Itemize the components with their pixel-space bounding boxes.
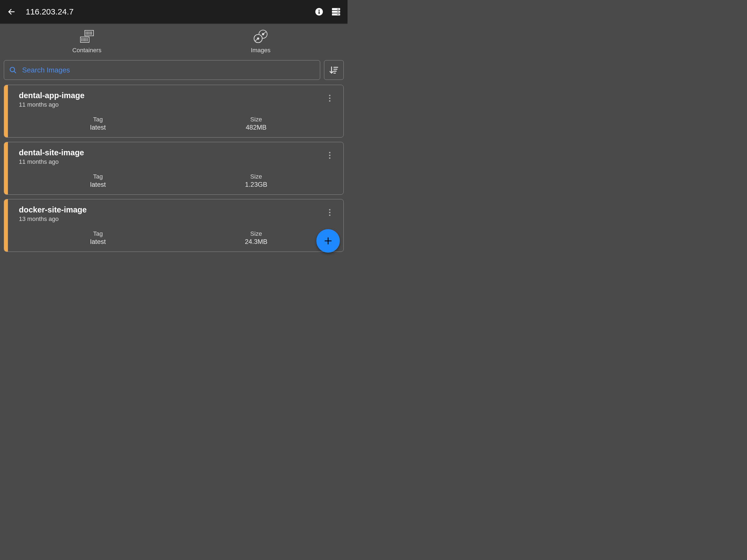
svg-point-8 [338,11,339,12]
svg-point-11 [337,11,338,12]
status-stripe [4,85,8,137]
sort-icon [329,65,338,75]
tag-label: Tag [19,173,177,180]
size-label: Size [177,173,335,180]
size-label: Size [177,230,335,237]
search-icon [9,66,17,74]
svg-point-10 [337,9,338,9]
arrow-left-icon [7,8,16,16]
image-age: 11 months ago [19,101,84,108]
svg-point-12 [337,14,338,15]
status-stripe [4,142,8,195]
tab-images-label: Images [251,47,271,54]
tab-bar: Containers Images [0,24,347,59]
info-icon [315,8,323,16]
status-stripe [4,199,8,252]
sort-button[interactable] [324,60,344,80]
svg-point-9 [338,14,339,15]
server-icon [331,7,341,17]
svg-point-43 [329,209,330,210]
tab-containers-label: Containers [73,47,101,54]
svg-point-2 [318,9,320,11]
image-list: dental-app-image 11 months ago Tag lates… [0,85,347,252]
image-menu-button[interactable] [324,207,335,218]
search-input[interactable] [22,66,315,74]
size-value: 482MB [177,124,335,131]
svg-point-45 [329,214,330,216]
svg-rect-3 [318,11,319,14]
back-button[interactable] [5,6,18,18]
svg-point-42 [329,157,330,159]
svg-point-41 [329,154,330,156]
search-row [0,60,347,80]
svg-point-38 [329,97,330,99]
svg-point-7 [338,9,339,9]
more-vertical-icon [329,94,331,102]
size-value: 1.23GB [177,181,335,188]
more-vertical-icon [329,152,331,159]
page-title: 116.203.24.7 [26,7,308,17]
containers-icon [79,29,95,44]
images-icon [252,29,269,44]
tab-images[interactable]: Images [174,24,348,59]
info-button[interactable] [313,6,325,18]
add-fab[interactable] [316,229,340,253]
svg-point-39 [329,100,330,101]
tag-value: latest [19,124,177,131]
image-age: 13 months ago [19,215,87,223]
app-header: 116.203.24.7 [0,0,347,24]
tag-value: latest [19,181,177,188]
tag-label: Tag [19,116,177,123]
image-card[interactable]: docker-site-image 13 months ago Tag late… [4,199,344,252]
svg-point-40 [329,152,330,153]
size-label: Size [177,116,335,123]
svg-point-44 [329,212,330,213]
tag-value: latest [19,238,177,246]
image-card[interactable]: dental-app-image 11 months ago Tag lates… [4,85,344,137]
svg-line-31 [14,71,16,73]
tag-label: Tag [19,230,177,237]
plus-icon [324,236,333,246]
image-name: docker-site-image [19,205,87,214]
image-name: dental-app-image [19,91,84,100]
search-box[interactable] [4,60,320,80]
tab-containers[interactable]: Containers [0,24,174,59]
svg-point-37 [329,95,330,96]
image-age: 11 months ago [19,158,84,166]
more-vertical-icon [329,209,331,216]
image-menu-button[interactable] [324,93,335,104]
size-value: 24.3MB [177,238,335,246]
image-menu-button[interactable] [324,150,335,161]
image-card[interactable]: dental-site-image 11 months ago Tag late… [4,142,344,195]
server-button[interactable] [330,6,342,18]
image-name: dental-site-image [19,148,84,157]
